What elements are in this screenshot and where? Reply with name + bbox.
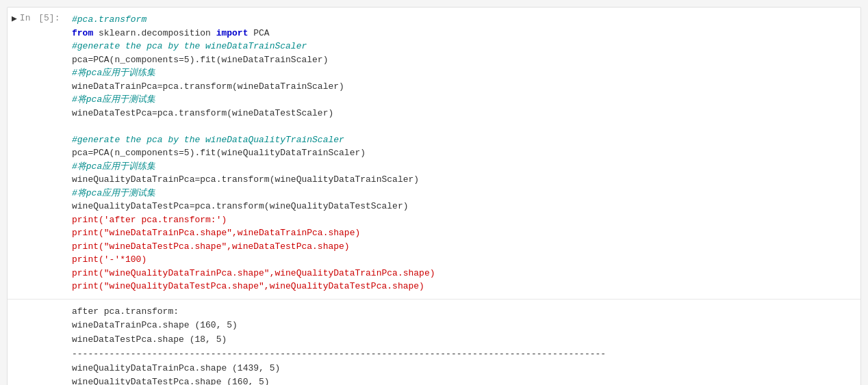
cell-label: In <box>20 13 31 23</box>
cell-output: after pca.transform: wineDataTrainPca.sh… <box>8 300 860 386</box>
code-comment: #generate the pca by the wineDataQuality… <box>72 135 344 145</box>
code-print: print('after pca.transform:') <box>72 215 227 225</box>
code-keyword: from <box>72 28 93 38</box>
code-comment: #pca.transform <box>72 14 146 25</box>
code-comment: #将pca应用于测试集 <box>72 94 155 105</box>
cell-input: ▶ In [5]: #pca.transform from sklearn.de… <box>8 8 860 300</box>
code-print: print("wineQualityDataTestPca.shape",win… <box>72 281 424 291</box>
code-normal: wineDataTrainPca=pca.transform(wineDataT… <box>72 81 344 92</box>
code-normal: wineQualityDataTrainPca=pca.transform(wi… <box>72 174 419 185</box>
code-comment: #将pca应用于训练集 <box>72 161 155 172</box>
code-print: print("wineDataTestPca.shape",wineDataTe… <box>72 241 350 252</box>
code-normal: sklearn.decomposition <box>93 28 216 38</box>
code-normal: pca=PCA(n_components=5).fit(wineQualityD… <box>72 148 366 158</box>
code-comment: #将pca应用于测试集 <box>72 188 155 198</box>
run-indicator: ▶ <box>12 13 17 24</box>
cell-number: [5]: <box>33 13 60 23</box>
code-normal: PCA <box>248 28 269 38</box>
code-comment: #generate the pca by the wineDataTrainSc… <box>72 41 307 51</box>
code-print: print("wineQualityDataTrainPca.shape",wi… <box>72 268 435 278</box>
code-normal: wineDataTestPca=pca.transform(wineDataTe… <box>72 108 333 118</box>
code-print: print("wineDataTrainPca.shape",wineDataT… <box>72 228 360 238</box>
code-normal: pca=PCA(n_components=5).fit(wineDataTrai… <box>72 55 328 65</box>
code-normal: wineQualityDataTestPca=pca.transform(win… <box>72 201 408 211</box>
cell-code[interactable]: #pca.transform from sklearn.decompositio… <box>69 8 860 299</box>
code-comment: #将pca应用于训练集 <box>72 68 155 78</box>
code-keyword: import <box>216 28 248 38</box>
cell-gutter: ▶ In [5]: <box>8 8 69 299</box>
code-print: print('-'*100) <box>72 254 146 265</box>
notebook-cell: ▶ In [5]: #pca.transform from sklearn.de… <box>7 7 861 385</box>
